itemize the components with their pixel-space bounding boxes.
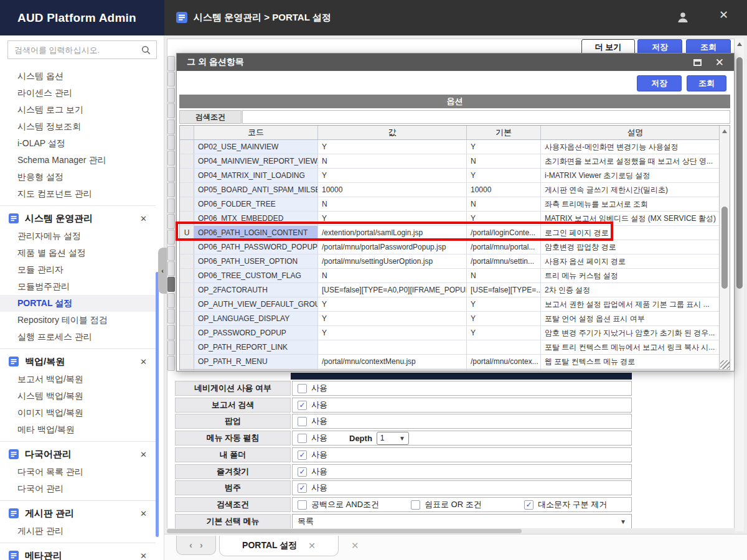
cell-value[interactable]: N [318,154,467,168]
grid-row-header-cell[interactable] [167,119,175,134]
cell-value[interactable]: /extention/portal/samlLogin.jsp [318,226,467,240]
cell-desc[interactable]: 암호 변경 주기가 지났거나 암호가 초기화 된 경우... [541,326,730,340]
sidebar-item[interactable]: 보고서 백업/복원 [0,371,156,388]
sidebar-item[interactable]: 메타 백업/복원 [0,421,156,438]
grid-row-header-cell[interactable] [167,56,175,71]
cell-value[interactable]: Y [318,212,467,225]
sidebar-item[interactable]: 다국어 관리 [0,480,156,497]
grid-row-header-cell[interactable] [167,277,175,292]
depth-select[interactable]: 1▼ [377,432,409,445]
table-row[interactable]: OP_PATH_R_MENU/portal/mnu/contextMenu.js… [180,355,730,369]
grid-row-header-cell[interactable] [167,214,175,229]
page-scrollbar-thumb[interactable] [736,57,743,289]
table-row[interactable]: OP_LANGUAGE_DISPLAYYY포탈 언어 설정 옵션 표시 여부 [180,312,730,326]
sidebar-item[interactable]: 이미지 백업/복원 [0,404,156,421]
table-vertical-scrollbar[interactable] [719,126,730,370]
maximize-icon[interactable] [693,59,702,66]
cell-code[interactable]: OP06_PATH_PASSWORD_POPUP [194,240,318,254]
search-icon[interactable] [141,45,151,55]
cell-default[interactable]: N [467,154,541,168]
checkbox[interactable] [411,500,420,510]
section-close-icon[interactable]: ✕ [140,509,147,518]
grid-row-header-cell[interactable] [167,182,175,197]
table-row[interactable]: OP_PASSWORD_POPUPYY암호 변경 주기가 지났거나 암호가 초기… [180,326,730,340]
sidebar-collapse-handle[interactable]: ‹ [158,248,167,294]
grid-row-header-cell[interactable] [167,261,175,276]
cell-desc[interactable]: 좌측 트리메뉴를 보고서로 조회 [541,197,730,211]
modal-close-icon[interactable]: ✕ [715,57,724,68]
cell-value[interactable]: Y [318,297,467,311]
cell-desc[interactable]: 초기화면을 보고서로 설정했을 때 보고서 상단 영... [541,154,730,168]
cell-default[interactable]: N [467,269,541,282]
cell-default[interactable] [467,340,541,354]
cell-default[interactable]: /portal/loginConte... [467,226,541,240]
page-vertical-scrollbar[interactable] [735,39,744,531]
tab-prev-icon[interactable]: ‹ [189,540,192,550]
sidebar-section-4[interactable]: 게시판 관리✕ [0,504,156,523]
sidebar-item[interactable]: 지도 컴포넌트 관리 [0,185,156,202]
table-row[interactable]: OP06_PATH_USER_OPTION/portal/mnu/setting… [180,254,730,269]
table-row[interactable]: OP02_USE_MAINVIEWYY사용자옵션-메인화면 변경기능 사용설정 [180,140,730,154]
header-value[interactable]: 값 [318,126,467,139]
sidebar-item[interactable]: 시스템 정보조회 [0,118,156,135]
window-close-icon[interactable]: ✕ [719,9,728,21]
cell-code[interactable]: OP06_TREE_CUSTOM_FLAG [194,269,318,282]
cell-code[interactable]: OP06_PATH_USER_OPTION [194,254,318,268]
checkbox[interactable] [298,384,307,393]
hscrollbar-thumb[interactable] [167,529,522,533]
cell-desc[interactable]: 트리 메뉴 커스텀 설정 [541,269,730,282]
sidebar-item[interactable]: 다국어 목록 관리 [0,464,156,480]
grid-row-header-cell[interactable] [167,88,175,103]
cell-value[interactable] [318,340,467,354]
cell-desc[interactable]: 암호변경 팝업창 경로 [541,240,730,254]
grid-row-header-cell[interactable] [167,340,175,355]
cell-code[interactable]: OP05_BOARD_ANTI_SPAM_MILSEC [194,183,318,197]
cell-code[interactable]: OP04_MAINVIEW_REPORT_VIEW_... [194,154,318,168]
sidebar-item[interactable]: PORTAL 설정 [0,295,156,312]
cell-desc[interactable]: 사용자 옵션 페이지 경로 [541,254,730,268]
cell-code[interactable]: OP_2FACTORAUTH [194,283,318,297]
table-scroll-up-icon[interactable] [722,129,727,133]
cell-code[interactable]: OP04_MATRIX_INIT_LOADING [194,169,318,182]
checkbox[interactable] [298,483,307,493]
grid-row-header-cell[interactable] [167,246,175,261]
cell-desc[interactable]: MATRIX 보고서 임베디드 설정 (MX SERVICE 활성) [541,212,730,225]
sidebar-item[interactable]: 시스템 백업/복원 [0,388,156,404]
cell-value[interactable]: 10000 [318,183,467,197]
table-row[interactable]: OP_PATH_REPORT_LINK포탈 트리 컨텍스트 메뉴에서 보고서 링… [180,340,730,355]
grid-row-header-cell[interactable] [167,325,175,340]
table-row[interactable]: OP06_PATH_PASSWORD_POPUP/portal/mnu/port… [180,240,730,254]
cell-desc[interactable]: 사용자옵션-메인화면 변경기능 사용설정 [541,140,730,154]
table-row[interactable]: UOP06_PATH_LOGIN_CONTENT/extention/porta… [180,226,730,240]
cell-default[interactable]: Y [467,212,541,225]
extra-tab-close-icon[interactable]: ✕ [351,540,359,551]
cell-default[interactable]: Y [467,140,541,154]
sidebar-item[interactable]: 게시판 관리 [0,523,156,539]
cell-code[interactable]: OP_AUTH_VIEW_DEFAULT_GROUP [194,297,318,311]
sidebar-item[interactable]: Schema Manager 관리 [0,152,156,169]
cell-value[interactable]: /portal/mnu/settingUserOption.jsp [318,254,467,268]
header-code[interactable]: 코드 [194,126,318,139]
section-close-icon[interactable]: ✕ [140,551,147,560]
cell-code[interactable]: OP06_PATH_LOGIN_CONTENT [194,226,318,240]
sidebar-item[interactable]: 실행 프로세스 관리 [0,329,156,345]
table-row[interactable]: OP04_MATRIX_INIT_LOADINGYYi-MATRIX Viewe… [180,169,730,183]
filter-input[interactable] [242,110,730,124]
cell-default[interactable]: Y [467,169,541,182]
grid-row-header-cell[interactable] [167,309,175,324]
cell-default[interactable]: Y [467,297,541,311]
cell-code[interactable]: OP_PASSWORD_POPUP [194,326,318,340]
table-row[interactable]: OP06_MTX_EMBEDDEDYYMATRIX 보고서 임베디드 설정 (M… [180,212,730,226]
cell-desc[interactable]: 웹 포탈 컨텍스트 메뉴 경로 [541,355,730,368]
cell-desc[interactable]: 로그인 페이지 경로 [541,226,730,240]
cell-value[interactable]: Y [318,312,467,325]
grid-row-header-cell[interactable] [167,103,175,118]
sidebar-item[interactable]: 모듈 관리자 [0,261,156,278]
cell-code[interactable]: OP06_FOLDER_TREE [194,197,318,211]
cell-desc[interactable]: 게시판 연속 글쓰기 제한시간(밀리초) [541,183,730,197]
cell-default[interactable]: 10000 [467,183,541,197]
cell-default[interactable]: /portal/mnu/settin... [467,254,541,268]
scroll-up-icon[interactable] [737,42,742,46]
grid-row-header-cell[interactable] [167,135,175,150]
tab-next-icon[interactable]: › [200,540,203,550]
